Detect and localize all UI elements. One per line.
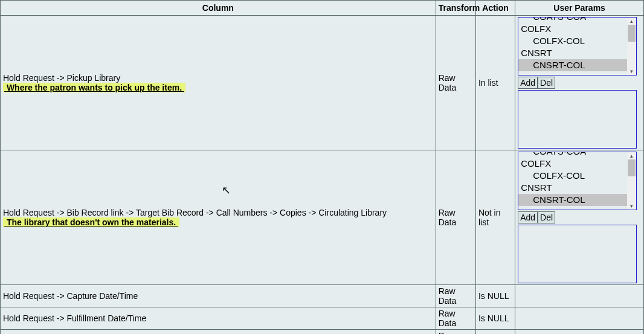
scroll-up-icon[interactable]: ▴ — [627, 152, 636, 159]
scroll-up-icon[interactable]: ▴ — [627, 18, 636, 25]
header-action: Action — [475, 1, 515, 16]
list-option[interactable]: CNSRT — [518, 47, 627, 59]
list-option[interactable]: COATS-COA — [518, 17, 627, 23]
transform-value: Raw Data — [436, 16, 475, 150]
table-row: Hold Request -> Capture Date/Time Raw Da… — [1, 285, 644, 307]
scrollbar[interactable]: ▴ ▾ — [627, 18, 636, 75]
list-option[interactable]: CNSRT — [518, 182, 627, 194]
add-button[interactable]: Add — [518, 211, 538, 223]
scrollbar[interactable]: ▴ ▾ — [627, 152, 636, 210]
action-value: Not in list — [475, 150, 515, 285]
add-button[interactable]: Add — [518, 77, 538, 89]
table-row: Hold Request -> Hold Cancel Date/Time Ra… — [1, 330, 644, 335]
transform-value: Raw Data — [436, 285, 475, 307]
table-row: Hold Request -> Pickup Library Where the… — [1, 16, 644, 150]
list-option[interactable]: COLFX — [518, 158, 627, 170]
scroll-down-icon[interactable]: ▾ — [627, 202, 636, 210]
column-note: The library that doesn't own the materia… — [3, 217, 179, 227]
scroll-down-icon[interactable]: ▾ — [627, 68, 636, 75]
action-value: In list — [475, 16, 515, 150]
table-row: Hold Request -> Bib Record link -> Targe… — [1, 150, 644, 285]
transform-value: Raw Data — [436, 150, 475, 285]
params-empty — [515, 330, 644, 335]
header-column: Column — [1, 1, 436, 16]
list-option-selected[interactable]: CNSRT-COL — [518, 59, 627, 71]
column-note: Where the patron wants to pick up the it… — [3, 83, 185, 92]
action-value: Is NULL — [475, 285, 515, 307]
scroll-thumb[interactable] — [628, 159, 636, 176]
column-path: Hold Request -> Hold Cancel Date/Time — [1, 330, 436, 335]
del-button[interactable]: Del — [538, 77, 555, 89]
list-option[interactable]: COLFX — [518, 23, 627, 35]
column-path: Hold Request -> Bib Record link -> Targe… — [3, 208, 387, 217]
selected-items-box[interactable] — [518, 225, 637, 283]
params-listbox[interactable]: COATS-COA COLFX COLFX-COL CNSRT CNSRT-CO… — [518, 17, 637, 75]
header-user-params: User Params — [515, 1, 644, 16]
header-row: Column Transform Action User Params — [1, 1, 644, 16]
transform-value: Raw Data — [436, 330, 475, 335]
cursor-icon: ↖ — [222, 184, 231, 197]
filter-table: Column Transform Action User Params Hold… — [0, 0, 644, 334]
params-listbox[interactable]: COATS-COA COLFX COLFX-COL CNSRT CNSRT-CO… — [518, 152, 637, 210]
scroll-thumb[interactable] — [628, 25, 636, 42]
action-value: Is NULL — [475, 330, 515, 335]
list-option[interactable]: COLFX-COL — [518, 35, 627, 47]
column-path: Hold Request -> Fulfillment Date/Time — [1, 307, 436, 330]
list-option[interactable]: COLFX-COL — [518, 170, 627, 182]
list-option[interactable]: COATS-COA — [518, 152, 627, 158]
list-option-selected[interactable]: CNSRT-COL — [518, 194, 627, 206]
header-transform: Transform — [436, 1, 475, 16]
params-empty — [515, 307, 644, 330]
del-button[interactable]: Del — [538, 211, 555, 223]
selected-items-box[interactable] — [518, 90, 637, 149]
column-path: Hold Request -> Capture Date/Time — [1, 285, 436, 307]
params-empty — [515, 285, 644, 307]
column-path: Hold Request -> Pickup Library — [3, 73, 120, 83]
table-row: Hold Request -> Fulfillment Date/Time Ra… — [1, 307, 644, 330]
transform-value: Raw Data — [436, 307, 475, 330]
action-value: Is NULL — [475, 307, 515, 330]
